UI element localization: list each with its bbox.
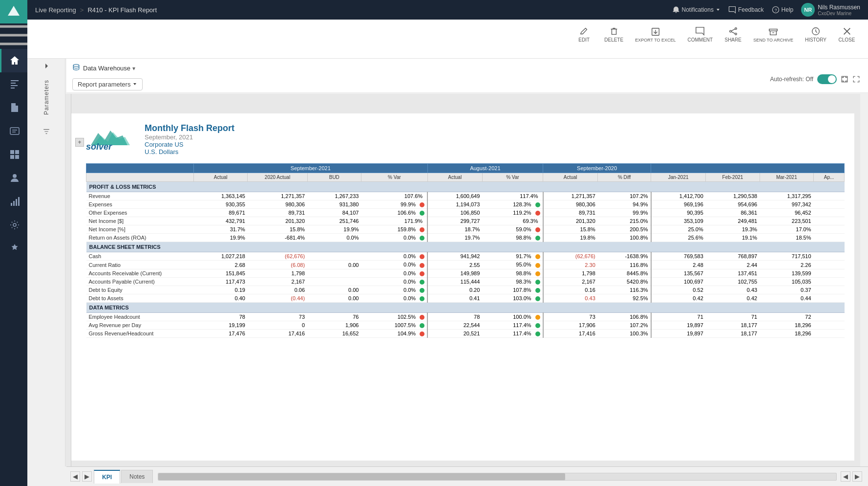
sidebar-item-dashboard[interactable] xyxy=(0,143,27,166)
table-cell: 76 xyxy=(307,312,361,321)
section-header-row: PROFIT & LOSS METRICS xyxy=(86,182,845,192)
feedback-button[interactable]: Feedback xyxy=(728,6,764,14)
expand-icon[interactable] xyxy=(841,75,848,83)
sidebar-item-users[interactable] xyxy=(0,166,27,190)
table-cell: 997,342 xyxy=(760,200,813,209)
table-cell: 139,599 xyxy=(760,269,813,277)
sidebar-item-settings[interactable] xyxy=(0,213,27,237)
svg-rect-11 xyxy=(10,150,14,154)
autorefresh-bar: Auto-refresh: Off xyxy=(770,74,860,84)
table-cell: 102,755 xyxy=(706,277,760,286)
table-cell: 1,271,357 xyxy=(248,192,307,200)
sidebar xyxy=(0,0,27,486)
table-cell xyxy=(814,200,845,209)
table-cell: 18.5% xyxy=(760,234,813,242)
table-cell: 31.7% xyxy=(194,225,248,234)
tab-kpi[interactable]: KPI xyxy=(94,470,120,484)
table-cell: 119.2% xyxy=(482,209,543,217)
table-cell: 0.20 xyxy=(427,286,482,294)
hamburger-menu[interactable] xyxy=(0,25,27,45)
indicator-dot xyxy=(535,296,540,301)
table-cell: 69.3% xyxy=(482,217,543,225)
table-cell: 1,027,218 xyxy=(194,252,248,261)
main-content: + solver Monthly Flash Report September,… xyxy=(65,94,860,466)
col-sub-aug-actual: Actual xyxy=(427,173,482,182)
table-cell: 299,727 xyxy=(427,217,482,225)
params-button[interactable]: Report parameters xyxy=(72,78,143,90)
table-cell: 19.1% xyxy=(706,234,760,242)
fullscreen-icon[interactable] xyxy=(852,75,860,83)
sidebar-item-tasks[interactable] xyxy=(0,119,27,143)
autorefresh-label: Auto-refresh: Off xyxy=(770,76,813,83)
sidebar-item-documents[interactable] xyxy=(0,96,27,119)
table-cell: 159.8% xyxy=(361,225,427,234)
scrollbar-thumb xyxy=(158,473,565,480)
filter-icon[interactable] xyxy=(39,124,54,141)
parameters-label[interactable]: Parameters xyxy=(41,75,52,120)
table-cell: 2.30 xyxy=(543,261,598,269)
comment-button[interactable]: COMMENT xyxy=(683,23,718,45)
report-header: solver Monthly Flash Report September, 2… xyxy=(86,123,845,155)
svg-point-26 xyxy=(735,33,737,35)
panel-expand-toggle[interactable] xyxy=(39,59,54,75)
tab-notes[interactable]: Notes xyxy=(121,470,153,483)
user-name: Nils Rasmussen xyxy=(818,4,860,11)
help-button[interactable]: ? Help xyxy=(772,6,794,14)
scroll-left-button[interactable]: ◀ xyxy=(841,471,850,482)
history-button[interactable]: HISTORY xyxy=(800,23,831,45)
table-row: Accounts Payable (Current)117,4732,1670.… xyxy=(86,277,845,286)
table-cell: 215.0% xyxy=(598,217,651,225)
table-cell: 1,363,145 xyxy=(194,192,248,200)
table-cell: 0.16 xyxy=(543,286,598,294)
sidebar-item-home[interactable] xyxy=(0,49,27,72)
col-sub-label xyxy=(86,173,194,182)
horizontal-scrollbar[interactable] xyxy=(158,473,837,481)
table-cell: 18,177 xyxy=(706,330,760,338)
topbar: Live Reporting > R410 - KPI Flash Report… xyxy=(27,0,868,20)
table-cell: 251,746 xyxy=(307,217,361,225)
user-info[interactable]: NR Nils Rasmussen CxoDev Marine xyxy=(801,3,860,17)
table-cell: 2.55 xyxy=(427,261,482,269)
sidebar-item-admin[interactable] xyxy=(0,237,27,260)
archive-button[interactable]: SEND TO ARCHIVE xyxy=(748,24,798,45)
tab-next-button[interactable]: ▶ xyxy=(82,471,92,482)
table-cell: 1,906 xyxy=(307,321,361,330)
table-cell: 117.4% xyxy=(482,321,543,330)
table-cell: 59.0% xyxy=(482,225,543,234)
scroll-right-button[interactable]: ▶ xyxy=(852,471,862,482)
table-cell: 17,416 xyxy=(543,330,598,338)
export-button[interactable]: EXPORT TO EXCEL xyxy=(630,24,680,45)
col-sub-apr2021: Ap... xyxy=(814,173,845,182)
table-cell xyxy=(814,277,845,286)
sidebar-item-reports[interactable] xyxy=(0,72,27,96)
feedback-label: Feedback xyxy=(738,6,764,13)
app-logo[interactable] xyxy=(0,0,27,23)
share-button[interactable]: SHARE xyxy=(720,23,746,45)
table-cell: 98.3% xyxy=(482,277,543,286)
table-row: Net Income [%]31.7%15.8%19.9%159.8%18.7%… xyxy=(86,225,845,234)
tab-prev-button[interactable]: ◀ xyxy=(70,471,80,482)
table-cell: 2.68 xyxy=(194,261,248,269)
report-area[interactable]: solver Monthly Flash Report September, 2… xyxy=(71,113,854,461)
expand-button[interactable]: + xyxy=(75,138,84,147)
autorefresh-toggle[interactable] xyxy=(817,74,837,84)
table-cell: 0.41 xyxy=(427,294,482,302)
table-cell: 0.0% xyxy=(361,294,427,302)
notifications-button[interactable]: Notifications xyxy=(672,6,720,14)
dw-dropdown-arrow[interactable]: ▾ xyxy=(132,65,135,72)
table-cell: 1,798 xyxy=(248,269,307,277)
col-header-sep2021: September-2021 xyxy=(194,164,428,173)
edit-button[interactable]: EDIT xyxy=(571,23,597,45)
indicator-dot xyxy=(420,323,424,328)
left-scrollbar[interactable] xyxy=(65,94,71,466)
table-row: Debt to Assets0.40(0.44)0.000.0%0.41103.… xyxy=(86,294,845,302)
dw-icon xyxy=(72,64,80,73)
table-cell: 99.9% xyxy=(598,209,651,217)
sidebar-item-analytics[interactable] xyxy=(0,190,27,213)
table-cell: (6.08) xyxy=(248,261,307,269)
svg-rect-27 xyxy=(769,29,777,31)
delete-button[interactable]: DELETE xyxy=(599,23,628,45)
table-cell: 0.00 xyxy=(307,294,361,302)
table-row: Return on Assets (ROA)19.9%-681.4%0.0%0.… xyxy=(86,234,845,242)
close-button[interactable]: CLOSE xyxy=(833,23,860,45)
